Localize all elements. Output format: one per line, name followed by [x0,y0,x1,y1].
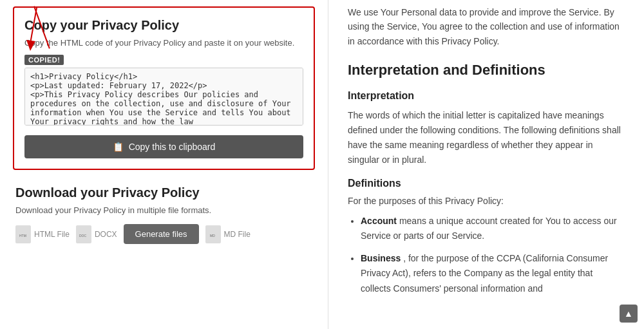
download-title: Download your Privacy Policy [15,185,312,200]
definitions-subheading: Definitions [348,178,625,189]
download-desc: Download your Privacy Policy in multiple… [15,205,312,215]
term-business: Business [361,253,401,263]
left-panel: Copy your Privacy Policy Copy the HTML c… [0,0,328,329]
md-file-label: MD File [224,230,251,239]
definitions-intro: For the purposes of this Privacy Policy: [348,196,625,206]
md-file-icon: MD [205,225,221,243]
interpretation-subheading: Interpretation [348,90,625,102]
svg-text:DOC: DOC [79,234,87,238]
main-heading: Interpretation and Definitions [348,61,625,80]
file-format-md: MD MD File [205,225,251,243]
right-panel: We use Your Personal data to provide and… [328,0,644,329]
red-arrow-indicator [17,5,62,62]
copy-section-desc: Copy the HTML code of your Privacy Polic… [24,38,303,48]
list-item: Account means a unique account created f… [361,214,625,243]
copy-section-title: Copy your Privacy Policy [24,18,303,33]
html-file-label: HTML File [34,230,70,239]
file-formats-row: HTM HTML File DOC DOCX Generate files MD… [15,224,312,244]
docx-file-label: DOCX [95,230,117,239]
html-file-icon: HTM [15,225,31,243]
file-format-docx: DOC DOCX [76,225,117,243]
generate-files-button[interactable]: Generate files [124,224,199,244]
copy-btn-label: Copy this to clipboard [129,142,216,152]
term-account-text: means a unique account created for You t… [361,216,617,241]
intro-text: We use Your Personal data to provide and… [348,0,625,48]
interpretation-body: The words of which the initial letter is… [348,108,625,167]
scroll-to-top-button[interactable]: ▲ [620,305,638,323]
term-account: Account [361,216,397,226]
download-section: Download your Privacy Policy Download yo… [13,185,315,244]
copy-section: Copy your Privacy Policy Copy the HTML c… [13,6,315,170]
clipboard-icon: 📋 [113,142,124,152]
list-item: Business , for the purpose of the CCPA (… [361,251,625,296]
svg-text:MD: MD [210,234,215,238]
code-textarea[interactable] [24,68,303,126]
svg-text:HTM: HTM [19,234,26,238]
definitions-list: Account means a unique account created f… [348,214,625,296]
copied-badge: COPIED! [24,55,64,65]
docx-file-icon: DOC [76,225,91,243]
copy-to-clipboard-button[interactable]: 📋 Copy this to clipboard [24,135,303,158]
file-format-html: HTM HTML File [15,225,70,243]
